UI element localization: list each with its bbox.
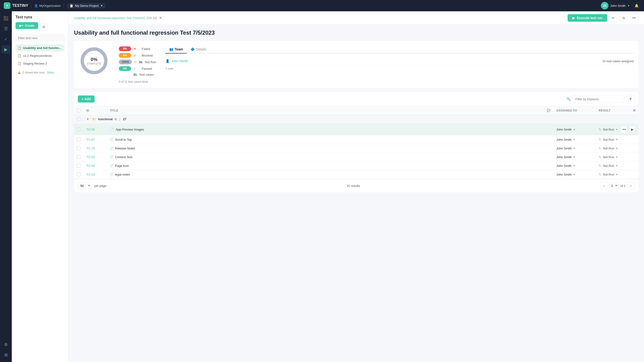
assigned-count: 31 test cases assigned xyxy=(602,60,634,63)
row-checkbox[interactable] xyxy=(77,164,80,168)
tc-link[interactable]: TC-57 xyxy=(86,138,95,142)
result-chevron[interactable]: ▼ xyxy=(616,156,618,158)
table-row: TC-56 📄 App-Preview Images John Smith ▼ xyxy=(74,124,638,135)
page-select[interactable]: 1 xyxy=(609,183,619,189)
sidebar-icon-check[interactable]: ✓ xyxy=(2,35,10,43)
stat-notrun: 100% ↻ 31 Not Run xyxy=(119,60,156,64)
result-chevron[interactable]: ▼ xyxy=(616,128,618,131)
x-icon: ✕ xyxy=(134,47,136,51)
per-page-select[interactable]: 50 25 100 xyxy=(78,183,92,189)
app-logo[interactable]: ✦ TESTINY xyxy=(4,2,28,9)
more-action-btn[interactable]: ••• xyxy=(621,126,628,133)
tc-link[interactable]: TC-55 xyxy=(86,155,95,159)
table-section: + Add 🔍 ⧩ ID xyxy=(74,92,638,192)
edit-button[interactable]: ✏ xyxy=(609,14,618,22)
tab-team[interactable]: 👥 Team xyxy=(166,46,187,54)
pagination-controls: ‹ 1 of 1 › xyxy=(600,182,634,190)
filter-button[interactable]: ⧩ xyxy=(626,95,634,103)
filter-keyword-input[interactable] xyxy=(572,96,624,103)
result-chevron[interactable]: ▼ xyxy=(616,173,618,176)
result-settings-icon[interactable]: ⚙ xyxy=(633,109,636,112)
check-icon: ✓ xyxy=(134,67,136,70)
sidebar-item-v22[interactable]: 📋 v2.2 Regressiontests xyxy=(16,52,64,60)
tabs: 👥 Team 🔷 Details xyxy=(166,46,634,54)
tc-link[interactable]: TC-79 xyxy=(86,146,95,150)
tc-link[interactable]: TC-54 xyxy=(86,164,95,168)
sidebar-icon-settings[interactable]: ⚙ xyxy=(2,340,10,349)
show-link[interactable]: Show xyxy=(47,71,54,74)
execute-button[interactable]: ▶ Execute test run xyxy=(568,14,607,22)
tab-details[interactable]: 🔷 Details xyxy=(187,46,210,54)
closed-icon: 🔒 xyxy=(18,71,21,74)
details-icon: 🔷 xyxy=(190,47,194,51)
result-header: RESULT ⚙ xyxy=(596,106,638,115)
sidebar-items-list: 📋 Usability and full functio... 📋 v2.2 R… xyxy=(16,44,64,67)
username: John Smith xyxy=(610,4,626,8)
not-run-icon: ↻ xyxy=(599,128,602,131)
doc-icon: 📄 xyxy=(110,128,114,131)
page-of-label: of 1 xyxy=(620,184,626,188)
create-button[interactable]: ▶+ Create xyxy=(16,22,38,29)
user-menu[interactable]: JS John Smith ▼ xyxy=(601,2,630,10)
assigned-chevron[interactable]: ▼ xyxy=(573,156,576,158)
sidebar-item-usability[interactable]: 📋 Usability and full functio... xyxy=(16,44,64,52)
result-chevron[interactable]: ▼ xyxy=(616,164,618,167)
notifications-button[interactable]: 🔔 xyxy=(633,2,640,10)
next-page-button[interactable]: › xyxy=(627,182,634,190)
inner-content: Usability and full functional regression… xyxy=(68,25,644,362)
result-chevron[interactable]: ▼ xyxy=(616,147,618,150)
expand-icon[interactable]: ▼ xyxy=(86,117,89,121)
sidebar-icon-testruns[interactable]: ▶ xyxy=(2,45,10,54)
share-button[interactable]: ⧉ xyxy=(620,14,628,22)
row-checkbox[interactable] xyxy=(77,146,80,150)
folder-checkbox[interactable] xyxy=(77,117,80,121)
assigned-chevron[interactable]: ▼ xyxy=(573,138,576,141)
team-icon: 👥 xyxy=(169,47,173,51)
breadcrumb-link[interactable]: Usability and full functional regression… xyxy=(74,16,145,20)
assigned-chevron[interactable]: ▼ xyxy=(573,147,576,150)
sidebar-icon-dashboard[interactable]: ⬛ xyxy=(2,14,10,22)
assigned-chevron[interactable]: ▼ xyxy=(573,164,576,167)
prev-page-button[interactable]: ‹ xyxy=(600,182,608,190)
notrun-count: 31 xyxy=(139,60,142,64)
nav-separator xyxy=(31,3,31,8)
comment-header: 💬 xyxy=(544,106,554,115)
row-checkbox[interactable] xyxy=(77,128,80,131)
execute-row-btn[interactable]: ▶ xyxy=(629,126,636,133)
user-count: 1 user xyxy=(166,67,634,70)
project-selector[interactable]: 📋 My Demo Project ▼ xyxy=(67,3,106,8)
stat-passed: 0% ✓ - Passed xyxy=(119,66,156,71)
block-icon: ⊘ xyxy=(134,54,136,57)
assigned-chevron[interactable]: ▼ xyxy=(573,128,576,131)
donut-percent: 0% xyxy=(87,57,101,62)
org-name[interactable]: 👤 MyOrganization xyxy=(34,4,61,8)
content-area: Usability and full functional regression… xyxy=(68,11,644,362)
more-button[interactable]: ••• xyxy=(630,14,638,22)
table-row: TC-79 📄Release Notes John Smith▼ ↻Not Ru… xyxy=(74,144,638,153)
stat-blocked: 0% ⊘ - Blocked xyxy=(119,53,156,58)
table-row: TC-55 📄Content Text John Smith▼ ↻Not Run… xyxy=(74,153,638,162)
result-chevron[interactable]: ▼ xyxy=(616,138,618,141)
tc-link[interactable]: TC-53 xyxy=(86,173,95,176)
select-all-checkbox[interactable] xyxy=(77,109,80,112)
sidebar-item-staging[interactable]: 📋 Staging Review 2 xyxy=(16,60,64,67)
filter-testruns-input[interactable] xyxy=(16,35,64,42)
add-button[interactable]: + Add xyxy=(78,96,94,102)
folder-icon: 📁 xyxy=(92,117,96,121)
blocked-badge: 0% xyxy=(119,53,131,58)
sidebar-icon-list[interactable]: ☰ xyxy=(2,24,10,33)
copy-button[interactable]: ⧉ xyxy=(40,23,48,31)
row-checkbox[interactable] xyxy=(77,172,80,176)
pagination-bar: 50 25 100 per page 31 results ‹ 1 of 1 xyxy=(74,179,638,192)
eye-icon[interactable]: 👁 xyxy=(159,16,162,20)
assigned-chevron[interactable]: ▼ xyxy=(573,173,576,176)
row-checkbox-cell xyxy=(74,124,84,135)
sidebar-icon-add[interactable]: ⊞ xyxy=(2,351,10,359)
donut-chart: 0% COMPLETE xyxy=(79,46,110,76)
row-checkbox[interactable] xyxy=(77,155,80,159)
row-checkbox[interactable] xyxy=(77,138,80,142)
test-cases-table: ID TITLE 💬 ASSIGNED TO RESULT ⚙ xyxy=(74,106,638,179)
result-text: Not Run xyxy=(603,128,614,131)
results-count: 31 results xyxy=(347,184,360,188)
tc-link[interactable]: TC-56 xyxy=(86,128,95,131)
